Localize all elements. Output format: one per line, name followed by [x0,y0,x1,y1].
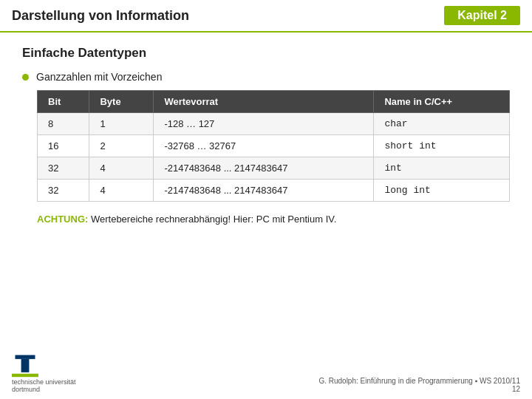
cell-byte: 4 [89,157,154,180]
table-row: 162-32768 … 32767short int [38,135,510,157]
col-name: Name in C/C++ [374,91,510,113]
page-footer: technische universität dortmund G. Rudol… [0,352,532,393]
col-bit: Bit [38,91,89,113]
warning-body: Wertebereiche rechnerabhängig! Hier: PC … [91,214,336,225]
page-header: Darstellung von Information Kapitel 2 [0,0,532,33]
uni-line2: dortmund [12,386,76,393]
cell-typename: long int [374,180,510,202]
data-types-table: Bit Byte Wertevorrat Name in C/C++ 81-12… [37,90,510,202]
cell-range: -128 … 127 [154,113,374,135]
uni-line1: technische universität [12,378,76,386]
table-body: 81-128 … 127char162-32768 … 32767short i… [38,113,510,202]
university-name: technische universität dortmund [12,378,76,393]
col-byte: Byte [89,91,154,113]
table-row: 324-2147483648 ... 2147483647long int [38,180,510,202]
footer-page-number: 12 [318,385,520,393]
cell-bit: 16 [38,135,89,157]
university-logo: technische universität dortmund [12,352,76,393]
chapter-badge: Kapitel 2 [444,6,520,25]
section-title: Einfache Datentypen [22,46,510,61]
cell-byte: 2 [89,135,154,157]
main-content: Einfache Datentypen Ganzzahlen mit Vorze… [0,33,532,232]
cell-byte: 4 [89,180,154,202]
cell-typename: char [374,113,510,135]
warning-label: ACHTUNG: [37,214,88,225]
svg-rect-1 [16,355,35,359]
col-range: Wertevorrat [154,91,374,113]
tu-logo-icon [12,352,38,378]
warning-text: ACHTUNG: Wertebereiche rechnerabhängig! … [37,214,510,225]
table-row: 81-128 … 127char [38,113,510,135]
cell-bit: 32 [38,180,89,202]
cell-typename: short int [374,135,510,157]
data-table-wrapper: Bit Byte Wertevorrat Name in C/C++ 81-12… [37,90,510,202]
cell-byte: 1 [89,113,154,135]
bullet-item: Ganzzahlen mit Vorzeichen [22,71,510,83]
table-row: 324-2147483648 ... 2147483647int [38,157,510,180]
svg-rect-2 [21,359,30,372]
cell-typename: int [374,157,510,180]
cell-range: -2147483648 ... 2147483647 [154,157,374,180]
cell-bit: 32 [38,157,89,180]
cell-range: -2147483648 ... 2147483647 [154,180,374,202]
bullet-icon [22,74,29,81]
table-header: Bit Byte Wertevorrat Name in C/C++ [38,91,510,113]
cell-bit: 8 [38,113,89,135]
cell-range: -32768 … 32767 [154,135,374,157]
bullet-text: Ganzzahlen mit Vorzeichen [36,71,162,83]
footer-credit: G. Rudolph: Einführung in die Programmie… [318,377,520,393]
svg-rect-3 [12,374,38,378]
page-title: Darstellung von Information [12,8,189,24]
footer-credit-text: G. Rudolph: Einführung in die Programmie… [318,377,520,385]
